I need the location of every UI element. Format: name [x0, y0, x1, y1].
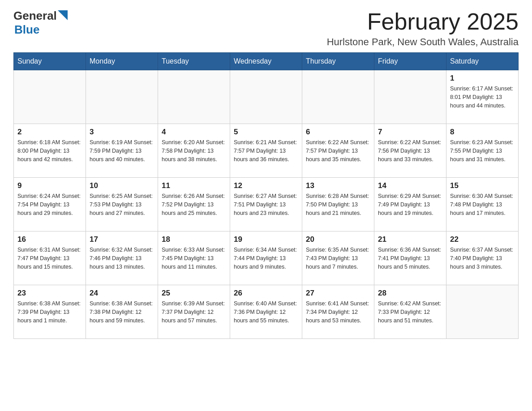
day-info: Sunrise: 6:25 AM Sunset: 7:53 PM Dayligh… [90, 192, 154, 217]
calendar-cell: 27Sunrise: 6:41 AM Sunset: 7:34 PM Dayli… [302, 285, 374, 339]
day-info: Sunrise: 6:18 AM Sunset: 8:00 PM Dayligh… [17, 138, 82, 163]
calendar-title: February 2025 [327, 9, 519, 34]
calendar-cell: 26Sunrise: 6:40 AM Sunset: 7:36 PM Dayli… [230, 285, 302, 339]
logo-blue-text: Blue [14, 23, 39, 37]
day-info: Sunrise: 6:29 AM Sunset: 7:49 PM Dayligh… [378, 192, 442, 217]
day-info: Sunrise: 6:38 AM Sunset: 7:39 PM Dayligh… [17, 300, 82, 325]
day-number: 7 [378, 128, 442, 137]
page-header: General Blue February 2025 Hurlstone Par… [13, 9, 519, 48]
day-header-wednesday: Wednesday [230, 53, 302, 70]
day-info: Sunrise: 6:34 AM Sunset: 7:44 PM Dayligh… [234, 246, 298, 271]
calendar-cell [158, 70, 230, 124]
day-info: Sunrise: 6:32 AM Sunset: 7:46 PM Dayligh… [90, 246, 154, 271]
day-header-saturday: Saturday [446, 53, 519, 70]
day-info: Sunrise: 6:26 AM Sunset: 7:52 PM Dayligh… [162, 192, 226, 217]
calendar-cell [374, 70, 446, 124]
day-number: 10 [90, 181, 154, 190]
day-number: 22 [450, 235, 515, 244]
calendar-cell: 15Sunrise: 6:30 AM Sunset: 7:48 PM Dayli… [446, 178, 519, 231]
day-number: 21 [378, 235, 442, 244]
week-row-3: 9Sunrise: 6:24 AM Sunset: 7:54 PM Daylig… [14, 178, 519, 231]
calendar-cell: 14Sunrise: 6:29 AM Sunset: 7:49 PM Dayli… [374, 178, 446, 231]
day-header-tuesday: Tuesday [158, 53, 230, 70]
day-info: Sunrise: 6:19 AM Sunset: 7:59 PM Dayligh… [90, 138, 154, 163]
day-number: 14 [378, 181, 442, 190]
day-info: Sunrise: 6:17 AM Sunset: 8:01 PM Dayligh… [450, 85, 515, 110]
day-number: 9 [17, 181, 82, 190]
day-number: 8 [450, 128, 515, 137]
day-number: 1 [450, 74, 515, 83]
day-number: 25 [162, 289, 226, 298]
calendar-cell: 6Sunrise: 6:22 AM Sunset: 7:57 PM Daylig… [302, 124, 374, 178]
calendar-cell: 8Sunrise: 6:23 AM Sunset: 7:55 PM Daylig… [446, 124, 519, 178]
day-number: 27 [306, 289, 370, 298]
calendar-header-row: SundayMondayTuesdayWednesdayThursdayFrid… [14, 53, 519, 70]
day-info: Sunrise: 6:30 AM Sunset: 7:48 PM Dayligh… [450, 192, 515, 217]
calendar-cell: 13Sunrise: 6:28 AM Sunset: 7:50 PM Dayli… [302, 178, 374, 231]
calendar-cell: 23Sunrise: 6:38 AM Sunset: 7:39 PM Dayli… [14, 285, 86, 339]
day-info: Sunrise: 6:41 AM Sunset: 7:34 PM Dayligh… [306, 300, 370, 325]
calendar-cell: 11Sunrise: 6:26 AM Sunset: 7:52 PM Dayli… [158, 178, 230, 231]
day-number: 12 [234, 181, 298, 190]
calendar-cell [230, 70, 302, 124]
calendar-cell [446, 285, 519, 339]
calendar-cell [302, 70, 374, 124]
day-number: 13 [306, 181, 370, 190]
day-info: Sunrise: 6:20 AM Sunset: 7:58 PM Dayligh… [162, 138, 226, 163]
week-row-5: 23Sunrise: 6:38 AM Sunset: 7:39 PM Dayli… [14, 285, 519, 339]
day-header-friday: Friday [374, 53, 446, 70]
day-info: Sunrise: 6:22 AM Sunset: 7:57 PM Dayligh… [306, 138, 370, 163]
day-number: 18 [162, 235, 226, 244]
svg-marker-0 [58, 10, 68, 20]
day-info: Sunrise: 6:33 AM Sunset: 7:45 PM Dayligh… [162, 246, 226, 271]
calendar-cell: 20Sunrise: 6:35 AM Sunset: 7:43 PM Dayli… [302, 231, 374, 285]
day-info: Sunrise: 6:42 AM Sunset: 7:33 PM Dayligh… [378, 300, 442, 325]
day-number: 15 [450, 181, 515, 190]
day-info: Sunrise: 6:23 AM Sunset: 7:55 PM Dayligh… [450, 138, 515, 163]
day-info: Sunrise: 6:24 AM Sunset: 7:54 PM Dayligh… [17, 192, 82, 217]
calendar-cell: 19Sunrise: 6:34 AM Sunset: 7:44 PM Dayli… [230, 231, 302, 285]
day-number: 11 [162, 181, 226, 190]
title-block: February 2025 Hurlstone Park, New South … [327, 9, 519, 48]
day-info: Sunrise: 6:39 AM Sunset: 7:37 PM Dayligh… [162, 300, 226, 325]
calendar-cell: 9Sunrise: 6:24 AM Sunset: 7:54 PM Daylig… [14, 178, 86, 231]
day-info: Sunrise: 6:40 AM Sunset: 7:36 PM Dayligh… [234, 300, 298, 325]
calendar-cell: 7Sunrise: 6:22 AM Sunset: 7:56 PM Daylig… [374, 124, 446, 178]
calendar-cell: 17Sunrise: 6:32 AM Sunset: 7:46 PM Dayli… [86, 231, 158, 285]
day-number: 4 [162, 128, 226, 137]
day-header-sunday: Sunday [14, 53, 86, 70]
calendar-cell: 2Sunrise: 6:18 AM Sunset: 8:00 PM Daylig… [14, 124, 86, 178]
calendar-subtitle: Hurlstone Park, New South Wales, Austral… [327, 36, 519, 48]
week-row-1: 1Sunrise: 6:17 AM Sunset: 8:01 PM Daylig… [14, 70, 519, 124]
calendar-cell [14, 70, 86, 124]
calendar-cell [86, 70, 158, 124]
day-number: 17 [90, 235, 154, 244]
calendar-cell: 25Sunrise: 6:39 AM Sunset: 7:37 PM Dayli… [158, 285, 230, 339]
logo-icon [58, 10, 68, 20]
day-number: 16 [17, 235, 82, 244]
calendar-table: SundayMondayTuesdayWednesdayThursdayFrid… [13, 52, 519, 339]
week-row-4: 16Sunrise: 6:31 AM Sunset: 7:47 PM Dayli… [14, 231, 519, 285]
day-info: Sunrise: 6:21 AM Sunset: 7:57 PM Dayligh… [234, 138, 298, 163]
day-info: Sunrise: 6:38 AM Sunset: 7:38 PM Dayligh… [90, 300, 154, 325]
calendar-cell: 18Sunrise: 6:33 AM Sunset: 7:45 PM Dayli… [158, 231, 230, 285]
day-number: 26 [234, 289, 298, 298]
day-number: 28 [378, 289, 442, 298]
day-header-thursday: Thursday [302, 53, 374, 70]
calendar-cell: 22Sunrise: 6:37 AM Sunset: 7:40 PM Dayli… [446, 231, 519, 285]
day-number: 5 [234, 128, 298, 137]
calendar-cell: 10Sunrise: 6:25 AM Sunset: 7:53 PM Dayli… [86, 178, 158, 231]
day-number: 2 [17, 128, 82, 137]
calendar-cell: 3Sunrise: 6:19 AM Sunset: 7:59 PM Daylig… [86, 124, 158, 178]
day-info: Sunrise: 6:28 AM Sunset: 7:50 PM Dayligh… [306, 192, 370, 217]
week-row-2: 2Sunrise: 6:18 AM Sunset: 8:00 PM Daylig… [14, 124, 519, 178]
calendar-cell: 4Sunrise: 6:20 AM Sunset: 7:58 PM Daylig… [158, 124, 230, 178]
calendar-cell: 24Sunrise: 6:38 AM Sunset: 7:38 PM Dayli… [86, 285, 158, 339]
day-number: 20 [306, 235, 370, 244]
day-info: Sunrise: 6:31 AM Sunset: 7:47 PM Dayligh… [17, 246, 82, 271]
calendar-cell: 1Sunrise: 6:17 AM Sunset: 8:01 PM Daylig… [446, 70, 519, 124]
calendar-cell: 16Sunrise: 6:31 AM Sunset: 7:47 PM Dayli… [14, 231, 86, 285]
day-info: Sunrise: 6:27 AM Sunset: 7:51 PM Dayligh… [234, 192, 298, 217]
calendar-cell: 5Sunrise: 6:21 AM Sunset: 7:57 PM Daylig… [230, 124, 302, 178]
day-info: Sunrise: 6:22 AM Sunset: 7:56 PM Dayligh… [378, 138, 442, 163]
